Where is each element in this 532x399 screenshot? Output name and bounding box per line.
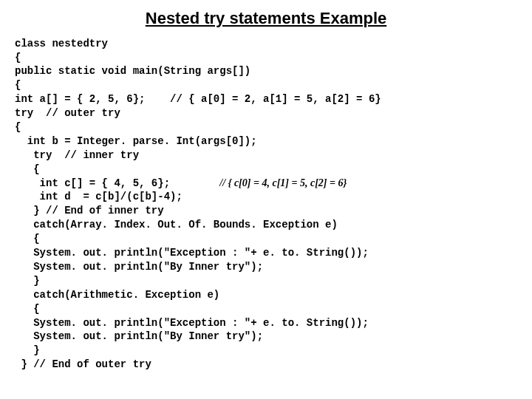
- code-line: }: [15, 344, 517, 358]
- code-line: {: [15, 163, 517, 177]
- code-line: int b = Integer. parse. Int(args[0]);: [15, 134, 517, 149]
- code-line: int c[] = { 4, 5, 6}; // { c[0] = 4, c[1…: [15, 177, 517, 191]
- code-line: class nestedtry: [15, 37, 517, 51]
- code-line: }: [15, 274, 517, 288]
- code-line: catch(Arithmetic. Exception e): [15, 288, 517, 302]
- code-line: {: [15, 51, 517, 65]
- code-line: try // inner try: [15, 149, 517, 163]
- code-line: int a[] = { 2, 5, 6}; // { a[0] = 2, a[1…: [15, 92, 517, 106]
- code-line: int d = c[b]/(c[b]-4);: [15, 190, 517, 204]
- code-line: {: [15, 302, 517, 316]
- code-line: System. out. println("Exception : "+ e. …: [15, 246, 517, 260]
- code-line: } // End of outer try: [15, 358, 517, 372]
- code-block: class nestedtry { public static void mai…: [15, 37, 517, 372]
- slide-title: Nested try statements Example: [15, 7, 517, 30]
- code-line: System. out. println("By Inner try");: [15, 330, 517, 344]
- code-comment: // { c[0] = 4, c[1] = 5, c[2] = 6}: [219, 177, 347, 188]
- code-line: {: [15, 120, 517, 134]
- code-line: catch(Array. Index. Out. Of. Bounds. Exc…: [15, 218, 517, 232]
- code-line: public static void main(String args[]): [15, 64, 517, 78]
- code-line: } // End of inner try: [15, 204, 517, 218]
- code-line: try // outer try: [15, 106, 517, 120]
- code-line: System. out. println("By Inner try");: [15, 260, 517, 274]
- code-line: {: [15, 232, 517, 246]
- code-line: System. out. println("Exception : "+ e. …: [15, 316, 517, 330]
- code-line: {: [15, 78, 517, 92]
- code-text: int c[] = { 4, 5, 6};: [15, 177, 219, 189]
